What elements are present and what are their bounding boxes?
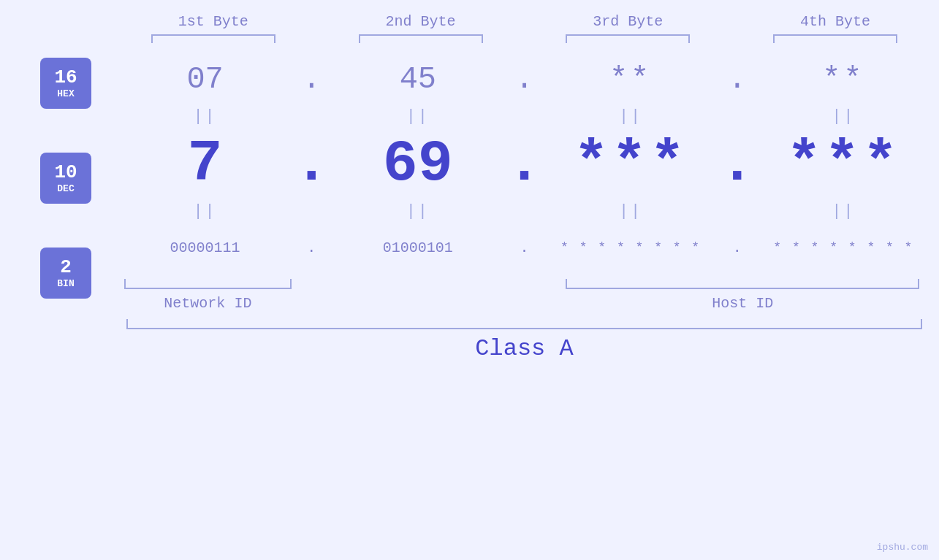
hex-b1: 07 [186, 62, 223, 97]
eq1-b1: || [193, 107, 216, 126]
class-label: Class A [110, 335, 939, 362]
top-bracket-3 [566, 34, 690, 43]
host-bracket [566, 279, 919, 289]
eq1-b2: || [406, 107, 430, 126]
top-bracket-2 [359, 34, 483, 43]
bin-b4: * * * * * * * * [773, 240, 913, 255]
dec-b3: *** [574, 131, 688, 197]
byte4-header: 4th Byte [731, 13, 939, 30]
top-bracket-1 [151, 34, 275, 43]
data-columns: 07 . 45 . ** . ** || || || || 7 . [110, 43, 939, 560]
bin-dot-1: . [307, 239, 316, 256]
byte2-header: 2nd Byte [317, 13, 525, 30]
dec-b1: 7 [188, 131, 223, 197]
network-id-label: Network ID [110, 295, 306, 312]
byte1-header: 1st Byte [110, 13, 317, 30]
bin-badge-num: 2 [60, 257, 72, 278]
host-id-label: Host ID [547, 295, 940, 312]
dec-b4: *** [786, 131, 900, 197]
header-row: 1st Byte 2nd Byte 3rd Byte 4th Byte [0, 0, 939, 30]
eq1-b3: || [619, 107, 642, 126]
hex-badge: 16 HEX [40, 58, 91, 109]
dec-row: 7 . 69 . *** . *** [110, 127, 939, 200]
bin-b3: * * * * * * * * [560, 240, 701, 255]
main-container: 1st Byte 2nd Byte 3rd Byte 4th Byte 16 H… [0, 0, 939, 560]
class-bracket [126, 319, 923, 329]
eq1-b4: || [832, 107, 855, 126]
bin-dot-3: . [733, 239, 742, 256]
watermark: ipshu.com [877, 542, 928, 553]
dec-badge: 10 DEC [40, 153, 91, 204]
hex-b3: ** [609, 62, 652, 97]
byte3-header: 3rd Byte [525, 13, 732, 30]
dec-badge-label: DEC [57, 183, 74, 194]
hex-dot-2: . [515, 62, 533, 97]
hex-badge-num: 16 [54, 67, 77, 88]
top-bracket-4 [773, 34, 897, 43]
eq2-b2: || [406, 202, 430, 220]
network-bracket [124, 279, 291, 289]
hex-dot-1: . [303, 62, 321, 97]
eq2-b1: || [193, 202, 216, 220]
badges-column: 16 HEX 10 DEC 2 BIN [22, 43, 110, 560]
bin-badge: 2 BIN [40, 248, 91, 299]
eq2-b4: || [832, 202, 855, 220]
bin-row: 00000111 . 01000101 . * * * * * * * * . … [110, 222, 939, 273]
bin-dot-2: . [520, 239, 528, 256]
dec-badge-num: 10 [54, 162, 77, 183]
equals-row-2: || || || || [110, 200, 939, 222]
bin-b1: 00000111 [170, 239, 240, 256]
hex-row: 07 . 45 . ** . ** [110, 54, 939, 105]
top-bracket-row [0, 34, 939, 43]
bin-badge-label: BIN [57, 278, 74, 289]
hex-b4: ** [822, 62, 864, 97]
dec-b2: 69 [383, 131, 453, 197]
hex-badge-label: HEX [57, 88, 74, 99]
bin-b2: 01000101 [383, 239, 453, 256]
eq2-b3: || [619, 202, 642, 220]
equals-row-1: || || || || [110, 105, 939, 127]
hex-dot-3: . [728, 62, 746, 97]
hex-b2: 45 [400, 62, 436, 97]
